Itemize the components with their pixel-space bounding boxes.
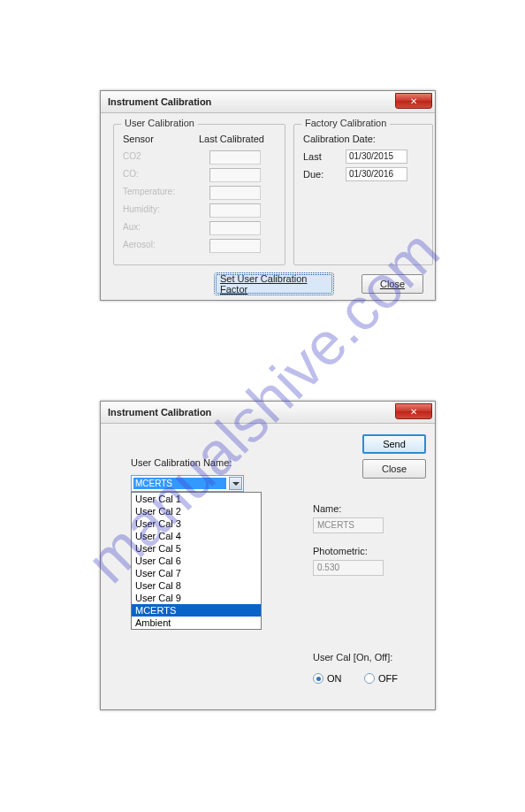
dialog-instrument-calibration-1: Instrument Calibration ✕ User Calibratio… [100,90,436,301]
field-due-date: 01/30/2016 [346,167,407,181]
label-name: Name: [313,503,341,514]
send-button[interactable]: Send [362,434,426,454]
label-co: CO: [123,169,139,179]
dropdown-item[interactable]: User Cal 9 [132,592,261,604]
dropdown-item[interactable]: User Cal 1 [132,493,261,505]
button-label: Close [382,463,407,474]
label-calibration-date: Calibration Date: [303,134,376,144]
label-user-cal-onoff: User Cal [On, Off]: [313,652,392,663]
label-co2: CO2 [123,151,141,161]
label-due: Due: [303,169,323,180]
dropdown-item[interactable]: User Cal 3 [132,517,261,530]
user-calibration-name-combo[interactable]: MCERTS [131,475,244,492]
dialog-body: Send Close User Calibration Name: MCERTS… [101,424,435,710]
label-temperature: Temperature: [123,187,175,196]
field-temperature-last [209,186,261,200]
radio-label: ON [327,673,342,684]
groupbox-factory-calibration: Factory Calibration Calibration Date: La… [293,124,433,265]
dropdown-item[interactable]: User Cal 4 [132,530,261,542]
field-last-date: 01/30/2015 [346,149,407,164]
dialog-instrument-calibration-2: Instrument Calibration ✕ Send Close User… [100,401,436,710]
field-co2-last [209,150,261,165]
col-header-sensor: Sensor [123,134,154,144]
combo-selected-text: MCERTS [133,478,226,489]
field-photometric[interactable]: 0.530 [313,560,384,576]
dropdown-item[interactable]: User Cal 7 [132,567,261,579]
dropdown-list[interactable]: User Cal 1User Cal 2User Cal 3User Cal 4… [131,492,262,630]
window-close-button[interactable]: ✕ [395,93,432,109]
dropdown-item[interactable]: Ambient [132,617,261,629]
button-label: Close [380,279,405,289]
titlebar[interactable]: Instrument Calibration ✕ [101,91,435,113]
chevron-down-icon[interactable] [229,477,242,490]
radio-icon [364,673,375,684]
field-name[interactable]: MCERTS [313,517,384,533]
groupbox-user-calibration: User Calibration Sensor Last Calibrated … [113,124,285,265]
titlebar[interactable]: Instrument Calibration ✕ [101,402,435,424]
radio-icon [313,673,323,684]
title-text: Instrument Calibration [108,407,211,417]
set-user-calibration-factor-button[interactable]: Set User Calibration Factor [216,274,332,294]
button-label: Set User Calibration Factor [220,273,328,295]
radio-on[interactable]: ON [313,673,342,684]
title-text: Instrument Calibration [108,96,211,107]
field-aux-last [209,221,261,235]
radio-off[interactable]: OFF [364,673,398,684]
close-button[interactable]: Close [362,459,426,479]
radio-label: OFF [378,673,398,684]
dropdown-item[interactable]: User Cal 6 [132,555,261,567]
dropdown-item[interactable]: User Cal 8 [132,579,261,592]
dialog-body: User Calibration Sensor Last Calibrated … [101,113,435,131]
close-icon: ✕ [410,407,417,417]
label-user-calibration-name: User Calibration Name: [131,457,232,468]
close-button[interactable]: Close [361,274,423,294]
field-aerosol-last [209,239,261,253]
groupbox-title: User Calibration [121,118,198,128]
dropdown-item[interactable]: User Cal 5 [132,542,261,555]
dropdown-item[interactable]: MCERTS [132,604,261,617]
button-label: Send [383,439,406,449]
label-aux: Aux: [123,222,141,232]
label-aerosol: Aerosol: [123,240,156,249]
window-close-button[interactable]: ✕ [395,403,432,419]
close-icon: ✕ [410,96,417,106]
label-last: Last [303,151,322,162]
field-humidity-last [209,203,261,218]
field-co-last [209,168,261,182]
label-humidity: Humidity: [123,204,160,214]
col-header-last-calibrated: Last Calibrated [199,134,264,144]
label-photometric: Photometric: [313,546,368,556]
dropdown-item[interactable]: User Cal 2 [132,505,261,517]
groupbox-title: Factory Calibration [301,118,390,128]
